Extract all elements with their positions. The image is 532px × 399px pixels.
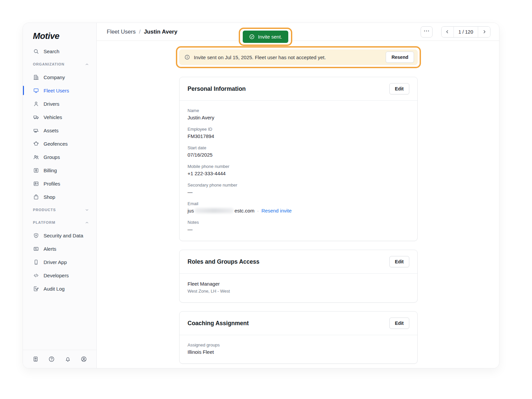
- sidebar-item-groups[interactable]: Groups: [23, 150, 96, 164]
- sidebar-item-label: Vehicles: [44, 114, 62, 120]
- edit-roles-button[interactable]: Edit: [389, 256, 409, 267]
- sidebar-section-platform[interactable]: PLATFORM: [23, 216, 96, 229]
- sidebar-item-label: Company: [44, 74, 65, 80]
- chevron-left-icon: [445, 29, 450, 34]
- content-area: Invite sent on Jul 15, 2025. Fleet user …: [97, 41, 499, 368]
- field-label: Secondary phone number: [188, 183, 409, 188]
- help-icon[interactable]: [48, 356, 55, 362]
- banner-annotation-highlight: Invite sent on Jul 15, 2025. Fleet user …: [176, 46, 421, 68]
- device-icon[interactable]: [32, 356, 39, 362]
- sidebar-item-profiles[interactable]: Profiles: [23, 177, 96, 190]
- trailer-icon: [33, 127, 39, 134]
- sidebar-item-label: Geofences: [44, 141, 68, 147]
- card-header: Coaching Assignment Edit: [180, 312, 417, 335]
- card-body: Fleet Manager West Zone, LH - West: [180, 274, 417, 302]
- sidebar-section-organization[interactable]: ORGANIZATION: [23, 58, 96, 70]
- personal-information-card: Personal Information Edit Name Justin Av…: [179, 77, 418, 241]
- card-title: Personal Information: [188, 85, 246, 92]
- edit-personal-information-button[interactable]: Edit: [389, 83, 409, 94]
- motive-logo[interactable]: Motive: [23, 31, 96, 45]
- sidebar-footer: [23, 350, 96, 368]
- edit-coaching-button[interactable]: Edit: [389, 318, 409, 329]
- info-icon: [184, 54, 190, 60]
- email-value: jus estc.com · Resend invite: [188, 208, 409, 213]
- sidebar-item-driver-app[interactable]: Driver App: [23, 255, 96, 269]
- sidebar-item-label: Search: [44, 49, 60, 54]
- field-employee-id: Employee ID FM3017894: [188, 127, 409, 139]
- card-title: Coaching Assignment: [188, 320, 249, 327]
- sidebar-item-vehicles[interactable]: Vehicles: [23, 110, 96, 124]
- sidebar-item-alerts[interactable]: Alerts: [23, 242, 96, 255]
- sidebar-item-search[interactable]: Search: [23, 45, 96, 58]
- sidebar-item-label: Profiles: [44, 181, 60, 187]
- sidebar-item-label: Driver App: [44, 259, 67, 265]
- field-label: Mobile phone number: [188, 164, 409, 169]
- resend-invite-link[interactable]: Resend invite: [261, 208, 292, 213]
- record-pager: 1 / 120: [441, 26, 490, 38]
- field-value: —: [188, 189, 409, 195]
- sidebar-item-security-and-data[interactable]: Security and Data: [23, 229, 96, 242]
- breadcrumb-parent[interactable]: Fleet Users: [107, 29, 136, 35]
- sidebar-item-fleet-users[interactable]: Fleet Users: [23, 84, 96, 97]
- email-redacted-blur: [195, 208, 234, 213]
- chevron-down-icon: [85, 208, 89, 212]
- field-email: Email jus estc.com · Resend invite: [188, 201, 409, 213]
- truck-icon: [33, 114, 39, 120]
- app-window: Motive Search ORGANIZATION Company Fleet…: [23, 23, 499, 368]
- motive-logo-text: Motive: [33, 31, 59, 41]
- field-label: Name: [188, 108, 409, 113]
- page-title: Justin Avery: [144, 29, 178, 35]
- more-options-button[interactable]: ⋯: [421, 26, 433, 38]
- chevron-up-icon: [85, 62, 89, 66]
- sidebar-item-assets[interactable]: Assets: [23, 124, 96, 137]
- page-background: Motive Search ORGANIZATION Company Fleet…: [0, 0, 532, 399]
- main-area: Fleet Users / Justin Avery ⋯ 1 / 120: [97, 23, 499, 368]
- sidebar-item-label: Alerts: [44, 246, 56, 252]
- company-icon: [33, 74, 39, 80]
- sidebar-item-developers[interactable]: Developers: [23, 269, 96, 282]
- sidebar-item-label: Audit Log: [44, 286, 65, 292]
- sidebar-item-company[interactable]: Company: [23, 70, 96, 84]
- card-header: Personal Information Edit: [180, 77, 417, 101]
- roles-and-groups-card: Roles and Groups Access Edit Fleet Manag…: [179, 250, 418, 303]
- sidebar-item-billing[interactable]: Billing: [23, 164, 96, 177]
- coaching-assignment-card: Coaching Assignment Edit Assigned groups…: [179, 311, 418, 364]
- bell-icon[interactable]: [65, 356, 71, 362]
- sidebar-item-drivers[interactable]: Drivers: [23, 97, 96, 110]
- field-label: Start date: [188, 145, 409, 150]
- field-value: +1 222-333-4444: [188, 171, 409, 176]
- billing-icon: [33, 167, 39, 174]
- monitor-icon: [33, 87, 39, 94]
- previous-record-button[interactable]: [442, 27, 454, 37]
- email-visible-start: jus: [188, 208, 194, 213]
- section-label: PRODUCTS: [33, 208, 56, 212]
- invite-pending-banner: Invite sent on Jul 15, 2025. Fleet user …: [179, 50, 418, 65]
- next-record-button[interactable]: [478, 27, 490, 37]
- sidebar-item-label: Assets: [44, 128, 59, 133]
- sidebar-item-shop[interactable]: Shop: [23, 190, 96, 203]
- smartphone-icon: [33, 259, 39, 265]
- search-icon: [33, 48, 39, 55]
- field-notes: Notes —: [188, 220, 409, 232]
- card-body: Name Justin Avery Employee ID FM3017894 …: [180, 101, 417, 241]
- resend-button[interactable]: Resend: [386, 52, 414, 63]
- card-title: Roles and Groups Access: [188, 258, 259, 265]
- field-name: Name Justin Avery: [188, 108, 409, 120]
- sidebar-item-audit-log[interactable]: Audit Log: [23, 282, 96, 295]
- breadcrumb-separator: /: [139, 29, 141, 35]
- people-icon: [33, 154, 39, 160]
- shop-bag-icon: [33, 194, 39, 200]
- sidebar-section-products[interactable]: PRODUCTS: [23, 203, 96, 216]
- sidebar-item-label: Fleet Users: [44, 88, 69, 93]
- field-mobile-phone: Mobile phone number +1 222-333-4444: [188, 164, 409, 176]
- account-icon[interactable]: [80, 356, 87, 362]
- sidebar-item-label: Billing: [44, 168, 57, 173]
- toast-label: Invite sent.: [258, 34, 282, 40]
- code-icon: [33, 272, 39, 279]
- sidebar-item-geofences[interactable]: Geofences: [23, 137, 96, 150]
- dot-separator: ·: [257, 208, 259, 213]
- alerts-icon: [33, 246, 39, 252]
- field-value: Illinois Fleet: [188, 349, 409, 355]
- banner-text: Invite sent on Jul 15, 2025. Fleet user …: [194, 55, 382, 60]
- topbar: Fleet Users / Justin Avery ⋯ 1 / 120: [97, 23, 499, 41]
